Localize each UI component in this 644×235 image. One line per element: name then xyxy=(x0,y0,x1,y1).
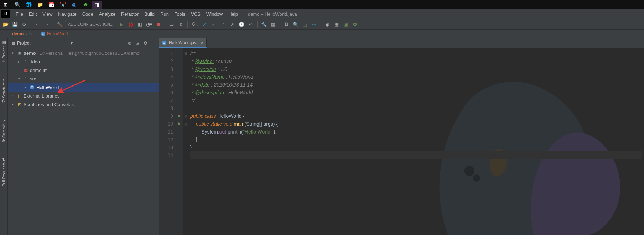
git-clock-icon[interactable]: 🕓 xyxy=(237,20,246,28)
device-icon[interactable]: ▭ xyxy=(167,20,176,28)
tree-helloworld[interactable]: ▸ C HelloWorld xyxy=(8,83,159,92)
crumb-class[interactable]: HelloWorld xyxy=(47,31,68,36)
toolwindow-pull-requests[interactable]: Pull Requests ⇄ xyxy=(1,157,6,187)
tree-root-label: demo xyxy=(24,51,36,56)
run-main-icon[interactable] xyxy=(176,120,183,128)
expand-icon[interactable]: ⇲ xyxy=(134,40,141,46)
group-icon[interactable]: ▦ xyxy=(332,20,341,28)
hide-icon[interactable]: — xyxy=(149,40,157,46)
run-class-icon[interactable] xyxy=(176,112,183,120)
search-icon[interactable]: 🔍 xyxy=(12,1,22,9)
git-rollback-icon[interactable]: ↶ xyxy=(246,20,255,28)
menu-code[interactable]: Code xyxy=(79,9,96,19)
tree-external-libs[interactable]: ▸ ⫼ External Libraries xyxy=(8,92,159,100)
toolwindow-structure[interactable]: Z: Structure ≡ xyxy=(2,78,6,103)
git-update-icon[interactable]: ↙ xyxy=(200,20,209,28)
disable-icon[interactable]: ⊘ xyxy=(310,20,318,28)
svg-text:C: C xyxy=(31,85,33,89)
breadcrumb-bar: demo src C HelloWorld xyxy=(0,30,644,38)
fold-gutter: ⊟ ⊟ ⊟ xyxy=(183,48,188,235)
menu-analyze[interactable]: Analyze xyxy=(96,9,118,19)
tree-iml-label: demo.iml xyxy=(30,68,49,73)
menu-window[interactable]: Window xyxy=(203,9,225,19)
toolwindow-commit[interactable]: 0: Commit ✓ xyxy=(1,118,6,143)
stop-icon[interactable]: ■ xyxy=(154,20,163,28)
main-menu-bar: IJ File Edit View Navigate Code Analyze … xyxy=(0,9,644,19)
java-class-icon: C xyxy=(29,84,35,90)
start-button[interactable]: ⊞ xyxy=(1,1,11,9)
editor: C HelloWorld.java × 1234 5678 9101112 13… xyxy=(159,38,644,235)
menu-navigate[interactable]: Navigate xyxy=(55,9,79,19)
menu-view[interactable]: View xyxy=(40,9,55,19)
git-history-icon[interactable]: ↗ xyxy=(228,20,237,28)
git-commit-icon[interactable]: ✓ xyxy=(209,20,218,28)
snip-icon[interactable]: ✂️ xyxy=(58,1,68,9)
stats-icon[interactable]: ⬚ xyxy=(301,20,309,28)
calendar-icon[interactable]: 📅 xyxy=(46,1,56,9)
explorer-icon[interactable]: 📁 xyxy=(35,1,45,9)
open-icon[interactable]: 📂 xyxy=(1,20,10,28)
code-area[interactable]: 1234 5678 9101112 1314 ⊟ ⊟ ⊟ xyxy=(159,48,644,235)
app-icon-1[interactable]: ◎ xyxy=(69,1,79,9)
svg-text:C: C xyxy=(163,41,166,45)
editor-tab-label: HelloWorld.java xyxy=(169,40,199,45)
menu-tools[interactable]: Tools xyxy=(172,9,188,19)
menu-run[interactable]: Run xyxy=(157,9,172,19)
menu-edit[interactable]: Edit xyxy=(26,9,40,19)
menu-file[interactable]: File xyxy=(13,9,26,19)
edge-icon[interactable]: 🌐 xyxy=(24,1,33,9)
tree-src[interactable]: ▾ 🗀 src xyxy=(8,74,159,83)
git-label: Git: xyxy=(192,22,199,27)
git-push-icon[interactable]: ↗ xyxy=(219,20,227,28)
run-config-dropdown[interactable]: ADD CONFIGURATION... xyxy=(65,21,116,27)
menu-refactor[interactable]: Refactor xyxy=(118,9,141,19)
run-icon[interactable]: ▶ xyxy=(117,20,126,28)
fold-icon[interactable]: ⊟ xyxy=(183,49,188,57)
debug-icon[interactable]: 🐞 xyxy=(126,20,135,28)
search-tool-icon[interactable]: 🔍 xyxy=(291,20,300,28)
menu-vcs[interactable]: VCS xyxy=(188,9,203,19)
coverage-icon[interactable]: ◧ xyxy=(136,20,144,28)
project-title[interactable]: Project xyxy=(17,41,71,46)
clover-icon[interactable]: ☘ xyxy=(80,1,90,9)
profile-icon[interactable]: ◔▾ xyxy=(145,20,154,28)
sync-icon[interactable]: ⟳ xyxy=(20,20,28,28)
close-tab-icon[interactable]: × xyxy=(201,40,204,46)
tree-root[interactable]: ▾ ▣ demo D:\PersonalFiles\github\githubC… xyxy=(8,49,159,57)
tree-src-label: src xyxy=(30,76,36,82)
sdk-icon[interactable]: ▧ xyxy=(269,20,277,28)
tree-iml[interactable]: ▦ demo.iml xyxy=(8,66,159,74)
tree-scratches-label: Scratches and Consoles xyxy=(24,102,74,107)
gear-icon[interactable]: ⚙ xyxy=(141,40,149,46)
intellij-taskbar-icon[interactable]: ◨ xyxy=(92,1,102,9)
save-icon[interactable]: 💾 xyxy=(11,20,19,28)
toolwindow-project[interactable]: 1: Project ▤ xyxy=(1,40,6,63)
editor-tab-helloworld[interactable]: C HelloWorld.java × xyxy=(159,38,207,48)
puzzle-icon[interactable]: ✿ xyxy=(351,20,359,28)
eye-icon[interactable]: ◉ xyxy=(323,20,332,28)
window-icon[interactable]: ▣ xyxy=(342,20,350,28)
fold-icon[interactable]: ⊟ xyxy=(183,120,188,128)
tree-ext-label: External Libraries xyxy=(24,93,59,99)
menu-build[interactable]: Build xyxy=(141,9,157,19)
run-gutter xyxy=(176,48,183,235)
crumb-root[interactable]: demo xyxy=(12,31,24,36)
tree-idea[interactable]: ▸ 🗀 .idea xyxy=(8,57,159,66)
dropdown-icon[interactable]: ▾ xyxy=(71,41,73,46)
source-folder-icon: 🗀 xyxy=(23,76,28,82)
menu-help[interactable]: Help xyxy=(225,9,241,19)
fold-icon[interactable]: ⊟ xyxy=(183,112,188,120)
libraries-icon: ⫼ xyxy=(16,93,22,99)
crumb-src[interactable]: src xyxy=(29,31,35,36)
locate-icon[interactable]: ⊕ xyxy=(126,40,134,46)
tree-scratches[interactable]: ▸ ◩ Scratches and Consoles xyxy=(8,100,159,109)
wrench-icon[interactable]: 🔧 xyxy=(260,20,268,28)
build-icon[interactable]: 🔨 xyxy=(56,20,64,28)
project-tree: ▾ ▣ demo D:\PersonalFiles\github\githubC… xyxy=(8,48,159,235)
forward-icon[interactable]: → xyxy=(42,20,51,28)
code-body[interactable]: /** * @author : cunyu * @version : 1.0 *… xyxy=(188,48,644,235)
attach-icon[interactable]: ⎌ xyxy=(177,20,185,28)
copy-icon[interactable]: ⧉ xyxy=(282,20,291,28)
back-icon[interactable]: ← xyxy=(33,20,42,28)
tree-root-path: D:\PersonalFiles\github\githubCodes\IDEA… xyxy=(40,51,140,56)
